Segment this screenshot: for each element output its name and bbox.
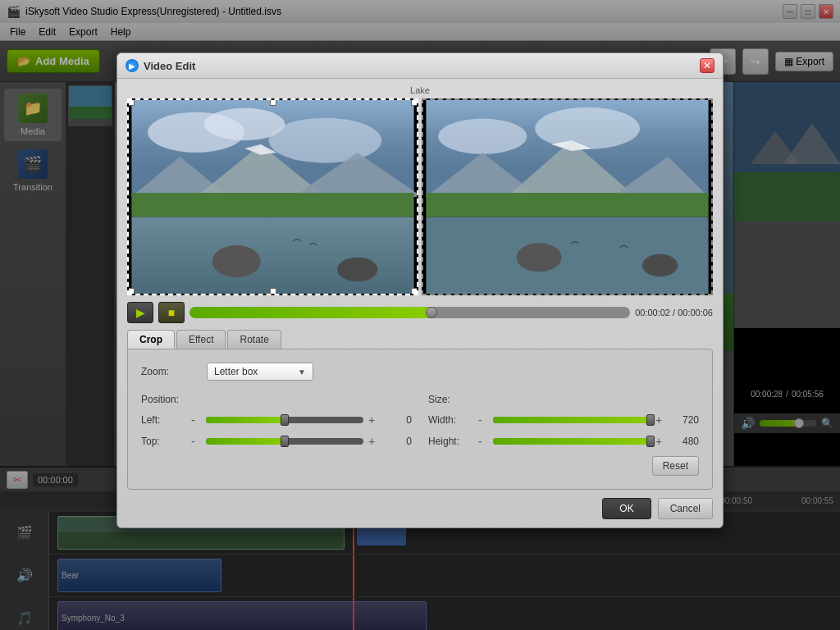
height-plus-button[interactable]: + [655,435,665,448]
position-label: Position: [141,394,412,405]
position-group: Position: Left: - + 0 [141,394,412,476]
reset-button[interactable]: Reset [652,456,699,476]
progress-bar[interactable] [189,307,630,318]
width-minus-button[interactable]: - [478,413,488,427]
dialog-video-frame-left[interactable] [127,98,418,295]
progress-handle[interactable] [426,307,437,318]
tab-crop[interactable]: Crop [127,330,175,349]
progress-fill [189,307,431,318]
ok-button[interactable]: OK [602,498,651,519]
size-group: Size: Width: - + 720 [428,394,699,476]
left-plus-button[interactable]: + [368,413,378,427]
height-val-text: 480 [682,436,699,447]
width-param-row: Width: - + 720 [428,413,699,427]
left-slider-fill [206,417,285,423]
dialog-app-icon: ▶ [126,59,139,72]
handle-bottom-right[interactable] [411,288,418,294]
height-label: Height: [428,436,473,447]
svg-point-19 [269,118,382,163]
svg-point-26 [212,245,261,277]
width-val-text: 720 [682,414,699,426]
handle-top-left[interactable] [128,99,135,106]
dialog-overlay: ▶ Video Edit ✕ Lake [0,0,840,630]
left-param-row: Left: - + 0 [141,413,412,427]
zoom-select-value: Letter box [214,366,258,377]
video-edit-dialog: ▶ Video Edit ✕ Lake [116,52,724,528]
width-value: 720 [670,414,699,426]
svg-rect-25 [131,217,413,294]
top-value: 0 [383,436,412,447]
top-param-row: Top: - + 0 [141,435,412,448]
left-slider[interactable] [206,417,363,423]
left-label: Left: [141,414,186,426]
handle-bottom-left[interactable] [128,288,135,294]
dialog-video-label: Lake [127,85,713,95]
handle-top-mid[interactable] [270,99,276,106]
zoom-select-arrow: ▼ [298,368,306,377]
svg-point-30 [535,107,640,149]
play-button[interactable]: ▶ [127,302,153,323]
dialog-tabs: Crop Effect Rotate [117,326,723,349]
top-slider[interactable] [206,438,363,445]
right-video-svg [423,100,711,294]
size-label: Size: [428,394,699,405]
dialog-close-button[interactable]: ✕ [700,58,714,73]
dialog-video-frame-right[interactable] [422,98,713,295]
width-plus-button[interactable]: + [655,413,665,427]
dialog-playback-controls: ▶ ■ 00:00:02 / 00:00:06 [117,299,723,326]
cancel-button[interactable]: Cancel [658,498,713,519]
left-val-text: 0 [406,414,412,426]
height-minus-button[interactable]: - [478,435,488,448]
svg-point-37 [517,243,562,272]
tab-rotate[interactable]: Rotate [227,330,281,349]
time-total: 00:00:06 [678,308,713,317]
zoom-select[interactable]: Letter box ▼ [207,363,313,381]
stop-button[interactable]: ■ [158,302,185,323]
time-display: 00:00:02 / 00:00:06 [635,308,713,317]
left-minus-button[interactable]: - [191,413,201,427]
svg-point-38 [642,254,678,277]
svg-rect-35 [426,193,708,217]
dialog-title: Video Edit [144,60,695,72]
height-slider[interactable] [493,438,651,445]
svg-point-29 [438,119,527,154]
top-plus-button[interactable]: + [368,435,378,448]
height-param-row: Height: - + 480 [428,435,699,448]
top-slider-thumb [281,436,289,447]
crop-tab-content: Zoom: Letter box ▼ Position: Left: - [127,349,713,490]
left-video-svg [129,100,417,294]
left-slider-thumb [281,414,289,426]
time-current: 00:00:02 [635,308,670,317]
top-slider-fill [206,438,285,445]
tab-effect[interactable]: Effect [176,330,226,349]
height-slider-fill [493,438,651,445]
top-label: Top: [141,436,186,447]
params-row: Position: Left: - + 0 [141,394,699,476]
handle-bottom-mid[interactable] [270,288,276,294]
height-value: 480 [670,436,699,447]
width-slider[interactable] [493,417,651,423]
top-val-text: 0 [406,436,412,447]
zoom-label: Zoom: [141,366,190,377]
svg-point-27 [337,258,377,282]
width-slider-thumb [646,414,655,426]
dialog-videos [127,98,713,295]
height-slider-thumb [646,436,655,447]
width-slider-fill [493,417,651,423]
top-minus-button[interactable]: - [191,435,201,448]
handle-top-right[interactable] [411,99,418,106]
width-label: Width: [428,414,473,426]
dialog-video-area: Lake [117,79,723,299]
left-value: 0 [383,414,412,426]
reset-row: Reset [428,456,699,476]
zoom-row: Zoom: Letter box ▼ [141,363,699,381]
dialog-footer: OK Cancel [117,490,723,527]
dialog-titlebar: ▶ Video Edit ✕ [117,53,723,79]
svg-rect-24 [131,193,413,217]
